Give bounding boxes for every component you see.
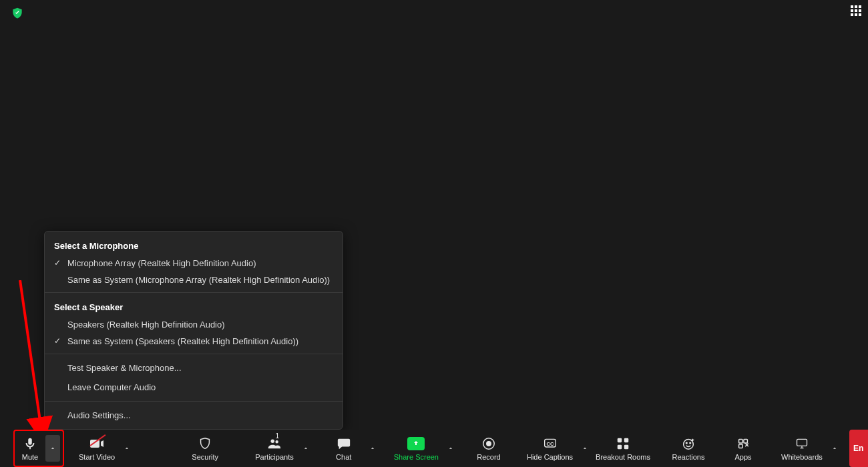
meeting-toolbar: Mute Start Video Security 1 Participants — [0, 430, 868, 467]
menu-divider — [45, 401, 343, 402]
record-icon — [481, 436, 496, 452]
chat-button[interactable]: Chat — [320, 430, 367, 467]
speaker-option-0[interactable]: Speakers (Realtek High Definition Audio) — [45, 316, 343, 333]
security-button[interactable]: Security — [182, 430, 228, 467]
microphone-icon — [23, 436, 37, 452]
menu-divider — [45, 354, 343, 354]
shield-icon — [198, 436, 212, 452]
hide-captions-label: Hide Captions — [527, 453, 573, 461]
share-screen-icon — [407, 436, 425, 452]
audio-options-menu: Select a Microphone Microphone Array (Re… — [44, 231, 343, 430]
svg-rect-15 — [744, 440, 748, 444]
end-meeting-button[interactable]: En — [849, 430, 868, 467]
speaker-option-1[interactable]: Same as System (Speakers (Realtek High D… — [45, 333, 343, 350]
end-label: En — [853, 444, 863, 453]
closed-captions-icon: CC — [542, 436, 558, 452]
hide-captions-button[interactable]: CC Hide Captions — [520, 430, 580, 467]
participants-count-badge: 1 — [276, 432, 280, 440]
record-label: Record — [477, 453, 500, 461]
chat-options-caret[interactable] — [366, 442, 379, 455]
apps-label: Apps — [734, 453, 751, 461]
start-video-button[interactable]: Start Video — [72, 430, 122, 467]
chat-label: Chat — [336, 453, 351, 461]
svg-point-1 — [270, 440, 274, 444]
mic-option-1[interactable]: Same as System (Microphone Array (Realte… — [45, 272, 343, 288]
whiteboards-label: Whiteboards — [781, 453, 823, 461]
apps-button[interactable]: Apps — [720, 430, 767, 467]
participants-options-caret[interactable] — [299, 442, 312, 455]
svg-line-0 — [20, 280, 41, 430]
audio-settings-item[interactable]: Audio Settings... — [45, 406, 343, 425]
apps-icon — [736, 436, 750, 452]
mic-option-0[interactable]: Microphone Array (Realtek High Definitio… — [45, 255, 343, 272]
video-off-icon — [89, 436, 105, 452]
svg-rect-7 — [618, 438, 622, 442]
reactions-icon — [681, 436, 696, 452]
mute-label: Mute — [22, 453, 38, 461]
svg-rect-17 — [797, 439, 807, 446]
chat-icon — [337, 436, 351, 452]
record-button[interactable]: Record — [465, 430, 512, 467]
svg-rect-8 — [624, 438, 628, 442]
breakout-rooms-button[interactable]: Breakout Rooms — [589, 430, 657, 467]
start-video-label: Start Video — [79, 453, 115, 461]
svg-point-13 — [690, 442, 691, 444]
mic-section-header: Select a Microphone — [45, 236, 343, 255]
svg-text:CC: CC — [546, 441, 554, 447]
participants-button[interactable]: 1 Participants — [248, 430, 300, 467]
svg-rect-10 — [624, 445, 628, 449]
encryption-shield-icon[interactable] — [11, 7, 24, 20]
menu-divider — [45, 292, 343, 293]
whiteboards-icon — [794, 436, 810, 452]
svg-rect-16 — [739, 444, 743, 448]
share-screen-button[interactable]: Share Screen — [387, 430, 445, 467]
svg-point-11 — [684, 440, 694, 450]
participants-label: Participants — [255, 453, 293, 461]
whiteboards-options-caret[interactable] — [828, 442, 841, 455]
mute-button[interactable]: Mute — [15, 431, 45, 466]
whiteboards-button[interactable]: Whiteboards — [775, 430, 829, 467]
svg-point-12 — [686, 442, 687, 444]
mute-button-group: Mute — [13, 430, 64, 467]
svg-point-2 — [275, 440, 278, 443]
speaker-section-header: Select a Speaker — [45, 297, 343, 316]
svg-point-4 — [487, 442, 491, 446]
share-options-caret[interactable] — [444, 442, 457, 455]
audio-options-caret[interactable] — [45, 435, 60, 462]
participants-icon — [266, 436, 283, 452]
reactions-button[interactable]: Reactions — [665, 430, 712, 467]
security-label: Security — [192, 453, 218, 461]
leave-computer-audio-item[interactable]: Leave Computer Audio — [45, 378, 343, 397]
video-options-caret[interactable] — [120, 442, 134, 455]
share-screen-label: Share Screen — [394, 453, 439, 461]
gallery-view-icon[interactable] — [851, 5, 863, 17]
breakout-rooms-label: Breakout Rooms — [596, 453, 650, 461]
test-speaker-mic-item[interactable]: Test Speaker & Microphone... — [45, 358, 343, 378]
svg-rect-9 — [618, 445, 622, 449]
reactions-label: Reactions — [672, 453, 705, 461]
breakout-rooms-icon — [616, 436, 630, 452]
svg-rect-14 — [739, 440, 743, 444]
